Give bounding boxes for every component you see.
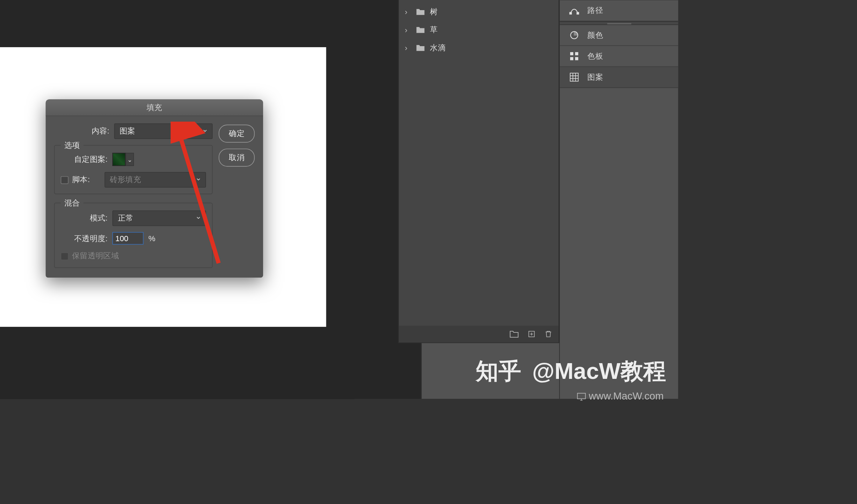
svg-rect-22 — [570, 12, 572, 14]
fill-dialog: 填充 内容: 图案 选项 自定图案: ⌄ — [46, 99, 263, 278]
pattern-folder[interactable]: › 树 — [399, 3, 559, 21]
svg-rect-26 — [575, 52, 578, 55]
patterns-panel: 颜色 色板 图案 » ≡ › 树 › 草 › 水滴 — [398, 0, 559, 343]
ok-button[interactable]: 确定 — [219, 124, 255, 143]
panel-dock-right: 图层 通道 路径 颜色 色板 图案 — [559, 0, 678, 399]
content-select[interactable]: 图案 — [114, 123, 213, 139]
patterns-icon — [567, 72, 581, 82]
custom-pattern-label: 自定图案: — [61, 154, 108, 165]
trash-icon[interactable] — [544, 330, 553, 338]
chevron-right-icon: › — [405, 25, 411, 34]
pattern-folder[interactable]: › 水滴 — [399, 39, 559, 57]
canvas-area[interactable]: 填充 内容: 图案 选项 自定图案: ⌄ — [0, 0, 421, 399]
new-item-icon[interactable] — [527, 330, 536, 338]
folder-icon — [416, 26, 425, 34]
chevron-down-icon[interactable]: ⌄ — [126, 153, 134, 166]
swatches-panel-tab[interactable]: 色板 — [560, 46, 678, 67]
svg-rect-23 — [577, 12, 579, 14]
chevron-right-icon: › — [405, 7, 411, 16]
preserve-transparency-label: 保留透明区域 — [72, 251, 119, 261]
pattern-picker[interactable]: ⌄ — [112, 153, 134, 166]
mode-select[interactable]: 正常 — [112, 210, 206, 226]
svg-rect-28 — [575, 57, 578, 60]
paths-icon — [567, 5, 581, 16]
chevron-right-icon: › — [405, 43, 411, 52]
color-icon — [567, 30, 581, 41]
mode-label: 模式: — [61, 213, 108, 224]
svg-rect-27 — [570, 57, 573, 60]
panel-footer — [399, 326, 559, 343]
script-select: 砖形填充 — [104, 172, 206, 188]
content-label: 内容: — [54, 126, 109, 137]
svg-rect-29 — [570, 73, 578, 81]
new-folder-icon[interactable] — [509, 330, 519, 338]
script-checkbox[interactable] — [61, 176, 69, 183]
pattern-thumbnail — [112, 153, 126, 166]
paths-panel-tab[interactable]: 路径 — [560, 0, 678, 21]
color-panel-tab[interactable]: 颜色 — [560, 25, 678, 46]
patterns-panel-tab[interactable]: 图案 — [560, 67, 678, 88]
dialog-title: 填充 — [46, 99, 263, 116]
folder-icon — [416, 8, 425, 16]
opacity-label: 不透明度: — [61, 233, 108, 244]
swatches-icon — [567, 51, 581, 62]
preserve-transparency-checkbox — [61, 252, 69, 260]
blend-fieldset: 混合 模式: 正常 不透明度: % 保留透明区域 — [54, 203, 213, 268]
options-fieldset: 选项 自定图案: ⌄ 脚本: 砖形填充 — [54, 145, 213, 194]
pattern-folder[interactable]: › 草 — [399, 21, 559, 39]
opacity-input[interactable] — [112, 232, 143, 245]
pattern-folder-list: › 树 › 草 › 水滴 — [399, 0, 559, 59]
svg-rect-25 — [570, 52, 573, 55]
cancel-button[interactable]: 取消 — [219, 149, 255, 167]
script-label: 脚本: — [72, 174, 90, 185]
folder-icon — [416, 44, 425, 52]
